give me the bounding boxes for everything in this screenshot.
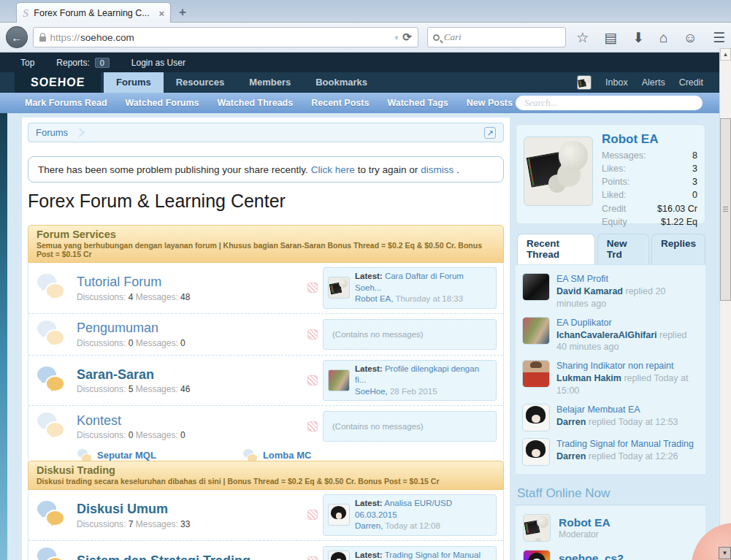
url-bar[interactable]: https:// soehoe.com ▾ ⟳ <box>33 27 418 47</box>
browser-search[interactable] <box>427 27 566 47</box>
page-title: Forex Forum & Learning Center <box>28 191 286 212</box>
latest-avatar[interactable] <box>328 504 350 526</box>
category-header[interactable]: Diskusi Trading Diskusi trading secara k… <box>28 461 504 490</box>
menu-icon[interactable]: ☰ <box>713 31 725 45</box>
staff-avatar[interactable] <box>523 550 551 560</box>
latest-author-link[interactable]: Darren, <box>355 521 383 530</box>
credit-link[interactable]: Credit <box>679 77 703 88</box>
staff-online-panel: Robot EA Moderator soehoe_cs2 Moderator <box>516 506 705 560</box>
tab-new-trd[interactable]: New Trd <box>597 234 649 264</box>
tab-close-icon[interactable]: × <box>158 8 164 19</box>
login-as-user-link[interactable]: Login as User <box>131 58 185 68</box>
watched-tags-link[interactable]: Watched Tags <box>387 98 448 108</box>
latest-author-link[interactable]: Robot EA, <box>355 294 393 303</box>
moderator-bar: Top Reports: 0 Login as User <box>0 53 719 72</box>
staff-item: Robot EA Moderator <box>523 514 698 542</box>
forum-title-link[interactable]: Tutorial Forum <box>77 274 305 291</box>
scrollbar-up-arrow[interactable]: ▲ <box>720 48 731 61</box>
thread-avatar[interactable] <box>522 273 550 301</box>
smiley-icon[interactable]: ☺ <box>684 31 697 45</box>
thread-avatar[interactable] <box>522 360 550 388</box>
latest-avatar[interactable] <box>328 551 350 560</box>
browser-tab[interactable]: S Forex Forum & Learning C... × <box>16 2 171 23</box>
notice-dismiss-link[interactable]: dismiss <box>421 164 453 175</box>
forum-row-saran-saran: Saran-Saran Discussions: 5 Messages: 46 … <box>28 356 503 407</box>
latest-avatar[interactable] <box>328 277 350 299</box>
reports-link[interactable]: Reports: 0 <box>56 58 109 68</box>
url-dropdown-icon[interactable]: ▾ <box>394 34 398 42</box>
top-link[interactable]: Top <box>20 58 34 68</box>
thread-title-link[interactable]: EA SM Profit <box>556 273 699 285</box>
thread-author[interactable]: Darren <box>556 417 586 427</box>
latest-avatar[interactable] <box>328 369 350 391</box>
scrollbar-thumb[interactable] <box>720 118 731 301</box>
rss-feed-icon[interactable] <box>307 375 318 386</box>
stat-likes: Likes:3 <box>602 162 697 175</box>
user-avatar-large[interactable] <box>524 137 593 206</box>
forum-title-link[interactable]: Saran-Saran <box>77 367 305 383</box>
site-logo[interactable]: SOEHOE <box>15 72 101 93</box>
latest-post-box: Latest: Analisa EUR/USD 06.03.2015 Darre… <box>323 494 497 536</box>
rss-feed-icon[interactable] <box>307 510 318 520</box>
forum-bubbles-icon <box>35 272 67 304</box>
reload-icon[interactable]: ⟳ <box>402 31 412 44</box>
watched-threads-link[interactable]: Watched Threads <box>217 98 293 108</box>
thread-avatar[interactable] <box>522 317 550 345</box>
rss-feed-icon[interactable] <box>307 556 318 560</box>
thread-author[interactable]: David Kamarad <box>556 286 623 296</box>
download-icon[interactable]: ⬇ <box>632 31 644 45</box>
tab-resources[interactable]: Resources <box>164 72 237 93</box>
thread-author[interactable]: IchanCavaleraAlGhifari <box>556 330 657 340</box>
breadcrumb-forums[interactable]: Forums <box>36 127 68 138</box>
forum-title-link[interactable]: Pengumuman <box>77 320 305 337</box>
inbox-link[interactable]: Inbox <box>605 77 628 88</box>
rss-feed-icon[interactable] <box>307 329 318 340</box>
mark-forums-read-link[interactable]: Mark Forums Read <box>25 98 107 108</box>
clipboard-icon[interactable]: ▤ <box>604 31 617 45</box>
thread-title-link[interactable]: Belajar Membuat EA <box>556 404 678 416</box>
staff-name[interactable]: soehoe_cs2 <box>559 552 624 560</box>
tab-members[interactable]: Members <box>237 72 303 93</box>
latest-author-link[interactable]: SoeHoe, <box>355 387 388 396</box>
thread-avatar[interactable] <box>522 438 550 466</box>
thread-avatar[interactable] <box>522 404 550 431</box>
user-avatar[interactable] <box>577 75 592 90</box>
stat-points: Points:3 <box>602 175 697 188</box>
rss-feed-icon[interactable] <box>307 421 318 431</box>
home-icon[interactable]: ⌂ <box>659 31 667 45</box>
back-button[interactable]: ← <box>6 26 28 48</box>
forum-search-input[interactable] <box>524 97 694 109</box>
notice-text: There has been some problem publishing y… <box>38 164 308 175</box>
vertical-scrollbar[interactable]: ▲ <box>719 48 731 560</box>
forum-title-link[interactable]: Kontest <box>77 413 305 429</box>
watched-forums-link[interactable]: Watched Forums <box>126 98 199 108</box>
alerts-link[interactable]: Alerts <box>642 77 665 88</box>
forum-title-link[interactable]: Diskusi Umum <box>77 501 305 518</box>
forum-bubbles-icon <box>35 410 67 442</box>
tab-recent-thread[interactable]: Recent Thread <box>517 234 595 264</box>
new-tab-button[interactable]: + <box>179 5 186 20</box>
rss-feed-icon[interactable] <box>307 283 318 293</box>
latest-post-box: Latest: Trading Signal for Manual T... <box>323 546 497 560</box>
forum-search[interactable] <box>516 96 703 110</box>
thread-title-link[interactable]: Sharing Indikator non repaint <box>556 360 699 372</box>
thread-title-link[interactable]: Trading Signal for Manual Trading <box>556 438 694 450</box>
notice-click-here-link[interactable]: Click here <box>311 164 355 175</box>
share-icon[interactable]: ↗ <box>484 127 496 139</box>
bookmark-star-icon[interactable]: ☆ <box>576 31 589 45</box>
thread-title-link[interactable]: EA Duplikator <box>556 317 699 329</box>
scrollbar-down-arrow[interactable]: ▼ <box>719 547 731 559</box>
user-name[interactable]: Robot EA <box>602 132 697 147</box>
tab-replies[interactable]: Replies <box>651 234 705 264</box>
staff-avatar[interactable] <box>523 514 551 542</box>
browser-search-input[interactable] <box>444 31 560 43</box>
thread-author[interactable]: Darren <box>556 451 586 461</box>
main-content: Forums ↗ There has been some problem pub… <box>22 118 510 560</box>
forum-title-link[interactable]: Sistem dan Strategi Trading <box>77 553 305 560</box>
tab-bookmarks[interactable]: Bookmarks <box>303 72 380 93</box>
tab-forums[interactable]: Forums <box>104 72 164 93</box>
category-header[interactable]: Forum Services Semua yang berhubungan de… <box>28 225 504 263</box>
thread-author[interactable]: Lukman Hakim <box>556 373 621 383</box>
staff-name[interactable]: Robot EA <box>559 516 611 530</box>
recent-posts-link[interactable]: Recent Posts <box>311 98 369 108</box>
